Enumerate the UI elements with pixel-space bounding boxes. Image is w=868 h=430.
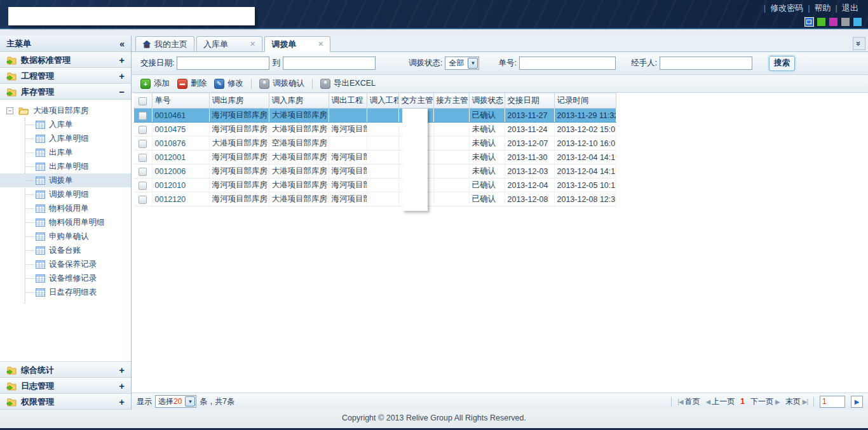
sidebar-section[interactable]: 数据标准管理 + xyxy=(0,52,131,68)
next-page-button[interactable]: 下一页▶ xyxy=(750,396,780,407)
search-button[interactable]: 搜索 xyxy=(769,56,795,71)
date-to-input[interactable] xyxy=(283,57,376,70)
folder-arrow-icon xyxy=(6,366,17,375)
column-header[interactable]: 调出工程 xyxy=(329,93,367,109)
tree-item[interactable]: 设备保养记录 xyxy=(0,257,131,271)
first-page-button[interactable]: |◀首页 xyxy=(677,396,700,407)
delete-button[interactable]: ▬删除 xyxy=(177,78,207,89)
help-link[interactable]: 帮助 xyxy=(815,3,831,13)
expand-collapse-icon[interactable]: − xyxy=(119,86,125,97)
tree-item[interactable]: 调拨单明细 xyxy=(0,187,131,201)
expand-collapse-icon[interactable]: + xyxy=(119,396,125,407)
row-checkbox[interactable] xyxy=(139,112,147,120)
sidebar-section[interactable]: 权限管理 + xyxy=(0,394,131,410)
cell-from-project: 海河项目部 xyxy=(329,151,367,165)
expand-collapse-icon[interactable]: + xyxy=(119,55,125,65)
tab-inbound-order[interactable]: 入库单 ✕ xyxy=(196,36,262,52)
handler-input[interactable] xyxy=(660,57,752,70)
row-checkbox[interactable] xyxy=(139,196,147,204)
row-checkbox[interactable] xyxy=(139,126,147,134)
last-page-button[interactable]: 末页▶| xyxy=(785,396,808,407)
table-row[interactable]: 0012006 海河项目部库房 大港项目部库房 海河项目部 未确认 2013-1… xyxy=(134,165,616,178)
logout-link[interactable]: 退出 xyxy=(842,3,858,13)
table-row[interactable]: 0012120 海河项目部库房 大港项目部库房 海河项目部 已确认 2013-1… xyxy=(134,192,616,206)
tree-item[interactable]: 日盘存明细表 xyxy=(0,285,131,299)
tree-item[interactable]: 入库单 xyxy=(0,118,131,131)
tree-collapse-icon[interactable]: − xyxy=(6,107,13,114)
modify-button[interactable]: ✎修改 xyxy=(214,78,243,89)
cell-handover-date: 2013-12-04 xyxy=(505,178,554,192)
column-header[interactable]: 调入工程 xyxy=(367,93,398,109)
date-from-input[interactable] xyxy=(177,57,269,70)
cell-record-time: 2013-11-29 11:32 xyxy=(554,109,616,123)
sidebar-section[interactable]: 日志管理 + xyxy=(0,378,131,394)
column-header[interactable]: 调拨状态 xyxy=(469,93,505,109)
pager-separator xyxy=(813,397,814,406)
theme-swatch[interactable] xyxy=(829,18,837,26)
column-header[interactable]: 调入库房 xyxy=(269,93,329,109)
status-select[interactable]: 全部 ▼ xyxy=(445,57,479,70)
table-row[interactable]: 0010876 大港项目部库房 空港项目部库房 未确认 2013-12-07 2… xyxy=(134,137,616,151)
sidebar-section[interactable]: 综合统计 + xyxy=(0,362,131,378)
column-header[interactable]: 交接日期 xyxy=(505,93,554,109)
tab-transfer-order[interactable]: 调拨单 ✕ xyxy=(264,36,330,52)
column-header[interactable]: 接方主管 xyxy=(433,93,469,109)
tab-overflow-button[interactable]: » xyxy=(853,37,865,50)
tree-item[interactable]: 物料领用单 xyxy=(0,201,131,215)
row-checkbox[interactable] xyxy=(139,154,147,162)
dropdown-arrow-icon[interactable]: ▼ xyxy=(185,396,195,406)
column-header[interactable]: 单号 xyxy=(152,93,209,109)
expand-collapse-icon[interactable]: + xyxy=(119,71,125,81)
close-icon[interactable]: ✕ xyxy=(318,40,323,48)
tree-item[interactable]: 出库单 xyxy=(0,145,131,159)
sidebar-section[interactable]: 库存管理 − xyxy=(0,84,131,100)
expand-collapse-icon[interactable]: + xyxy=(119,365,125,375)
orderno-input[interactable] xyxy=(519,57,616,70)
main-panel: 我的主页 入库单 ✕ 调拨单 ✕ » 交接日期: 到 调拨状态: xyxy=(132,36,868,410)
tree-item[interactable]: 物料领用单明细 xyxy=(0,215,131,229)
table-row[interactable]: 0012010 海河项目部库房 大港项目部库房 海河项目部 已确认 2013-1… xyxy=(134,178,616,192)
row-checkbox[interactable] xyxy=(139,168,147,176)
tree-item[interactable]: 出库单明细 xyxy=(0,159,131,173)
close-icon[interactable]: ✕ xyxy=(250,40,255,48)
tree-item[interactable]: 入库单明细 xyxy=(0,131,131,145)
add-button[interactable]: +添加 xyxy=(140,78,170,89)
expand-collapse-icon[interactable]: + xyxy=(119,380,125,391)
row-checkbox[interactable] xyxy=(139,182,147,190)
table-row[interactable]: 0010475 海河项目部库房 大港项目部库房 海河项目部 未确认 2013-1… xyxy=(134,123,616,137)
column-header[interactable]: 交方主管 xyxy=(398,93,433,109)
go-to-page-button[interactable]: ▶ xyxy=(851,396,863,408)
cell-order-no: 0010876 xyxy=(152,137,209,151)
app-window: |修改密码|帮助|退出 主菜单 « 数据标准管理 + 工程管理 + xyxy=(0,0,868,430)
tree-item[interactable]: 调拨单 xyxy=(0,173,131,187)
change-password-link[interactable]: 修改密码 xyxy=(770,3,803,13)
transfer-confirm-button[interactable]: *调拨确认 xyxy=(259,78,304,89)
tree-item-label: 日盘存明细表 xyxy=(49,287,97,298)
tree-item[interactable]: 设备台账 xyxy=(0,243,131,257)
row-checkbox[interactable] xyxy=(139,140,147,148)
table-row[interactable]: 0012001 海河项目部库房 大港项目部库房 海河项目部 未确认 2013-1… xyxy=(134,151,616,165)
tree-item[interactable]: 申购单确认 xyxy=(0,229,131,243)
sidebar-section[interactable]: 工程管理 + xyxy=(0,68,131,84)
sidebar-section-label: 库存管理 xyxy=(21,86,54,98)
export-excel-button[interactable]: *导出EXCEL xyxy=(320,78,376,89)
theme-swatch[interactable] xyxy=(805,18,813,26)
page-size-select[interactable]: 选择20 ▼ xyxy=(155,395,196,408)
cell-handover-date: 2013-12-07 xyxy=(505,137,554,151)
tree-root-item[interactable]: − 大港项目部库房 xyxy=(0,104,131,118)
column-header[interactable]: 记录时间 xyxy=(554,93,616,109)
button-label: 调拨确认 xyxy=(273,78,304,89)
tab-my-home[interactable]: 我的主页 xyxy=(135,36,194,52)
theme-swatch[interactable] xyxy=(853,18,862,26)
column-header[interactable]: 调出库房 xyxy=(209,93,269,109)
select-all-checkbox[interactable] xyxy=(139,97,147,105)
page-number-input[interactable] xyxy=(820,396,845,408)
dropdown-arrow-icon[interactable]: ▼ xyxy=(468,58,478,69)
sidebar-collapse-icon[interactable]: « xyxy=(119,39,125,49)
theme-swatch[interactable] xyxy=(841,18,850,26)
cell-handover-date: 2013-12-08 xyxy=(505,192,554,206)
tree-item[interactable]: 设备维修记录 xyxy=(0,271,131,285)
theme-swatch[interactable] xyxy=(817,18,825,26)
table-row[interactable]: 0010461 海河项目部库房 大港项目部库房 已确认 2013-11-27 2… xyxy=(134,109,616,123)
prev-page-button[interactable]: ◀上一页 xyxy=(706,396,735,407)
